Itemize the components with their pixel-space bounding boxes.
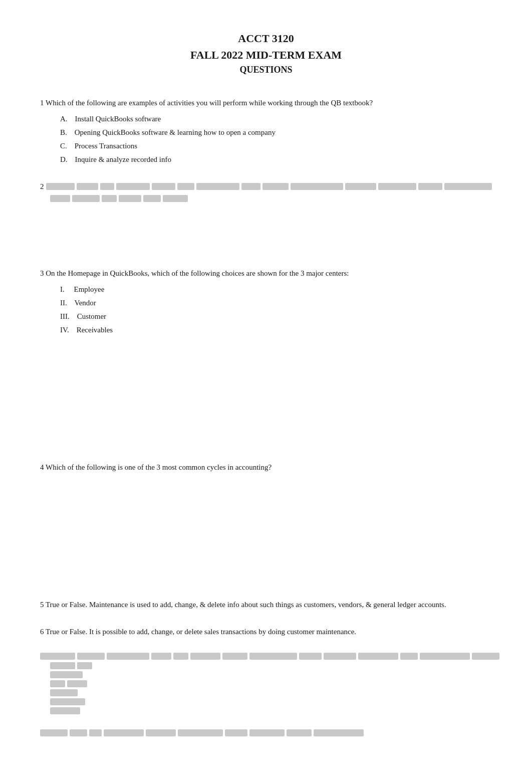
question-8-line [40,729,492,736]
question-7 [40,653,492,714]
question-5-number: 5 [40,601,46,609]
redacted-16 [72,195,100,202]
redacted-12 [378,183,416,190]
redacted-17 [102,195,117,202]
redacted-9 [262,183,289,190]
question-6-text: 6 True or False. It is possible to add, … [40,626,492,638]
question-3-text: 3 On the Homepage in QuickBooks, which o… [40,267,492,279]
exam-subtitle: FALL 2022 MID-TERM EXAM [40,47,492,63]
question-4-number: 4 [40,463,46,471]
question-3-options: I. Employee II. Vendor III. Customer IV.… [60,283,492,336]
question-3: 3 On the Homepage in QuickBooks, which o… [40,267,492,336]
question-1-number: 1 [40,99,46,107]
redacted-20 [163,195,188,202]
question-5-text: 5 True or False. Maintenance is used to … [40,599,492,611]
redacted-3 [100,183,115,190]
exam-title: ACCT 3120 [40,30,492,47]
exam-header: ACCT 3120 FALL 2022 MID-TERM EXAM QUESTI… [40,30,492,77]
redacted-6 [177,183,194,190]
redacted-8 [241,183,260,190]
redacted-18 [119,195,141,202]
redacted-4 [116,183,150,190]
question-1-option-b: B. Opening QuickBooks software & learnin… [60,126,492,138]
redacted-11 [345,183,376,190]
question-4-text: 4 Which of the following is one of the 3… [40,461,492,473]
spacer-q2-q3 [40,217,492,267]
spacer-q7-q8 [40,719,492,729]
question-2-line1: 2 [40,180,492,192]
question-1: 1 Which of the following are examples of… [40,97,492,165]
redacted-7 [196,183,239,190]
question-2-line2 [50,195,492,202]
redacted-13 [418,183,442,190]
question-1-text: 1 Which of the following are examples of… [40,97,492,109]
question-3-number: 3 [40,269,46,277]
question-6: 6 True or False. It is possible to add, … [40,626,492,638]
redacted-5 [152,183,176,190]
question-1-options: A. Install QuickBooks software B. Openin… [60,113,492,165]
question-4: 4 Which of the following is one of the 3… [40,461,492,473]
spacer-q4-q5 [40,488,492,599]
redacted-2 [77,183,98,190]
question-7-answers [50,662,492,714]
question-8 [40,729,492,736]
exam-section: QUESTIONS [40,63,492,77]
redacted-14 [444,183,492,190]
question-1-option-d: D. Inquire & analyze recorded info [60,153,492,165]
redacted-19 [143,195,161,202]
redacted-q7-1 [40,653,499,660]
question-1-option-a: A. Install QuickBooks software [60,113,492,125]
redacted-10 [291,183,343,190]
question-7-line1 [40,653,492,660]
redacted-1 [46,183,75,190]
question-1-option-c: C. Process Transactions [60,140,492,152]
spacer-q3-q4 [40,351,492,461]
redacted-15 [50,195,70,202]
question-5: 5 True or False. Maintenance is used to … [40,599,492,611]
question-3-option-ii: II. Vendor [60,297,492,309]
question-3-option-i: I. Employee [60,283,492,295]
question-3-option-iii: III. Customer [60,310,492,322]
question-3-option-iv: IV. Receivables [60,324,492,336]
question-6-number: 6 [40,628,46,636]
question-2: 2 [40,180,492,202]
